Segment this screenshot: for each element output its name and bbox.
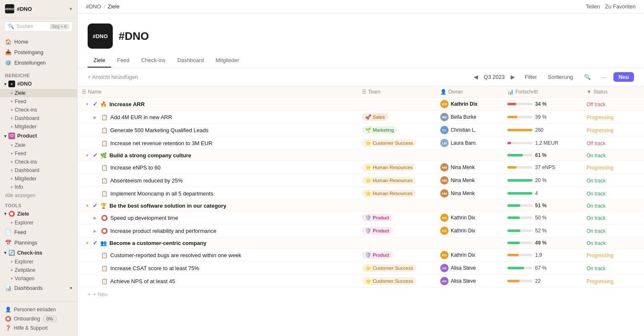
sidebar-item-feed-tool[interactable]: 📄 Feed [0,227,77,237]
more-options-button[interactable]: ··· [598,73,610,81]
progress-bar-fill [507,166,517,169]
tab-feed[interactable]: Feed [111,54,135,68]
goal-name[interactable]: Increase product reliability and perform… [110,228,216,234]
goal-name-cell: ▼ ✓ 👥 Become a customer-centric company [82,240,353,246]
feed-tool-label: Feed [14,229,26,235]
sidebar-item-dashboard[interactable]: Dashboard [0,114,77,122]
goal-name[interactable]: Increase eNPS to 60 [110,164,161,171]
sidebar-item-posteingang[interactable]: 📥 Posteingang [0,47,77,57]
next-quarter-button[interactable]: ▶ [508,73,517,81]
expand-icon[interactable]: ▼ [85,102,90,107]
sidebar-ziele-tool-header[interactable]: ▾ ⭕ Ziele [0,209,77,219]
sidebar-item-product-mitglieder[interactable]: Mitglieder [0,175,77,183]
sidebar-item-zeitplane[interactable]: Zeitpläne [0,266,77,274]
sidebar-item-ziele[interactable]: Ziele [0,89,77,97]
prev-quarter-button[interactable]: ◀ [471,73,480,81]
favorite-button[interactable]: Zu Favoriten [605,3,636,10]
team-icon: ⭐ [365,177,371,183]
sidebar-group-product-header[interactable]: ▾ 🛡 Product [0,131,77,141]
onboarding-row[interactable]: ⭕ Onboarding 0% [5,314,72,323]
goal-name[interactable]: Implement Mooncamp in all 5 departments [110,190,213,197]
team-badge: 🛡️ Product [362,227,393,234]
dot-icon [11,161,13,163]
breadcrumb-workspace[interactable]: #DNO [86,3,101,10]
sidebar-item-mitglieder[interactable]: Mitglieder [0,122,77,131]
product-group-label: Product [17,133,37,139]
sidebar-item-explorer2[interactable]: Explorer [0,258,77,266]
sidebar-item-explorer[interactable]: Explorer [0,219,77,227]
sidebar-item-einstellungen[interactable]: ⚙️ Einstellungen [0,57,77,68]
tab-ziele[interactable]: Ziele [88,54,111,68]
progress-cell: 67 % [507,265,578,271]
share-button[interactable]: Teilen [586,3,600,10]
owner-name: Bella Burke [451,114,476,120]
bereiche-section-title: Bereiche [0,70,77,79]
mitglieder-label: Mitglieder [15,124,36,130]
sidebar-item-product-dashboard[interactable]: Dashboard [0,166,77,175]
add-new-row[interactable]: + + Neu [78,288,644,301]
goal-name[interactable]: Become a customer-centric company [109,240,206,246]
expand-icon[interactable]: ▶ [93,216,99,220]
progress-value: 39 % [535,114,546,120]
goal-name[interactable]: Absenteeism reduced by 25% [110,177,183,184]
team-badge: 🛡️ Product [362,251,393,259]
onboarding-label: Onboarding [14,316,40,322]
expand-icon[interactable]: ▶ [93,229,99,233]
expand-icon[interactable]: ▼ [85,241,90,245]
goal-name[interactable]: Increase net revenue retention to 3M EUR [110,140,213,146]
alle-anzeigen-link[interactable]: Alle anzeigen [0,191,77,200]
goal-name[interactable]: Increase ARR [109,101,145,107]
sidebar-item-hilfe[interactable]: ❓ Hilfe & Support [5,323,72,333]
tab-mitglieder[interactable]: Mitglieder [210,54,245,68]
table-row: ▶ 📋 Add 4M EUR in new ARR 🚀 Sales BB Bel… [78,111,644,124]
goal-name[interactable]: Add 4M EUR in new ARR [110,114,172,120]
goal-name[interactable]: Be the best software solution in our cat… [109,203,226,209]
dot-icon [11,261,13,263]
table-row: ▶ 📋 Increase CSAT score to at least 75% … [78,262,644,275]
sidebar-item-dashboards[interactable]: 📊 Dashboards ▾ [0,283,77,293]
sidebar-item-product-feed[interactable]: Feed [0,149,77,158]
sidebar-checkins-tool-header[interactable]: ▾ 🔄 Check-ins [0,248,77,258]
sidebar-group-dno-header[interactable]: ▾ # #DNO [0,79,77,89]
workspace-dropdown-icon[interactable]: ▾ [70,6,72,12]
circle-check-icon: ✓ [93,202,98,209]
owner-name: Laura Barn. [451,140,477,146]
goal-name[interactable]: Customer-reported bugs are resolved with… [110,252,241,258]
goal-name[interactable]: Generate 500 Marketing Qualified Leads [110,127,208,133]
progress-value: 34 % [535,101,546,107]
sidebar-item-personen-einladen[interactable]: 👤 Personen einladen [5,305,72,314]
sidebar-logo[interactable]: #DNO #DNO ▾ [0,0,77,18]
goal-name[interactable]: Increase CSAT score to at least 75% [110,265,199,271]
alle-anzeigen-label: Alle anzeigen [5,193,35,198]
search-bar[interactable]: 🔍 Suchen Strg + K [4,21,73,31]
sidebar-item-product-ziele[interactable]: Ziele [0,141,77,149]
sidebar-item-plannings[interactable]: 📅 Plannings [0,237,77,248]
sidebar-item-product-info[interactable]: Info [0,183,77,191]
owner-name: Nina Menk [451,190,475,196]
sidebar-item-vorlagen[interactable]: Vorlagen [0,274,77,283]
goal-icon: 🏆 [100,203,107,209]
sidebar-item-feed[interactable]: Feed [0,97,77,106]
goal-name[interactable]: Achieve NPS of at least 45 [110,278,175,284]
neu-button[interactable]: Neu [613,72,634,82]
home-icon: 🏠 [5,39,12,45]
sortierung-button[interactable]: Sortierung [545,73,576,81]
progress-bar-background [507,116,532,118]
expand-icon[interactable]: ▼ [85,203,90,208]
goal-name[interactable]: Speed up development time [110,215,178,221]
chevron-down-icon: ▾ [4,250,6,255]
sidebar-item-checkins[interactable]: Check-ins [0,106,77,114]
goal-icon: 📋 [101,252,108,258]
expand-icon[interactable]: ▼ [85,153,90,158]
tab-checkins[interactable]: Check-ins [135,54,171,68]
add-view-button[interactable]: + Ansicht hinzufügen [88,74,138,80]
col-header-team: ☰ Team [358,86,436,98]
search-toolbar-button[interactable]: 🔍 [581,73,594,81]
filter-button[interactable]: Filter [522,73,540,81]
sidebar-item-product-checkins[interactable]: Check-ins [0,158,77,166]
plus-icon: + [88,291,91,297]
goal-name[interactable]: Build a strong company culture [109,152,191,159]
sidebar-item-home[interactable]: 🏠 Home [0,36,77,47]
tab-dashboard[interactable]: Dashboard [171,54,210,68]
expand-icon[interactable]: ▶ [93,115,99,120]
